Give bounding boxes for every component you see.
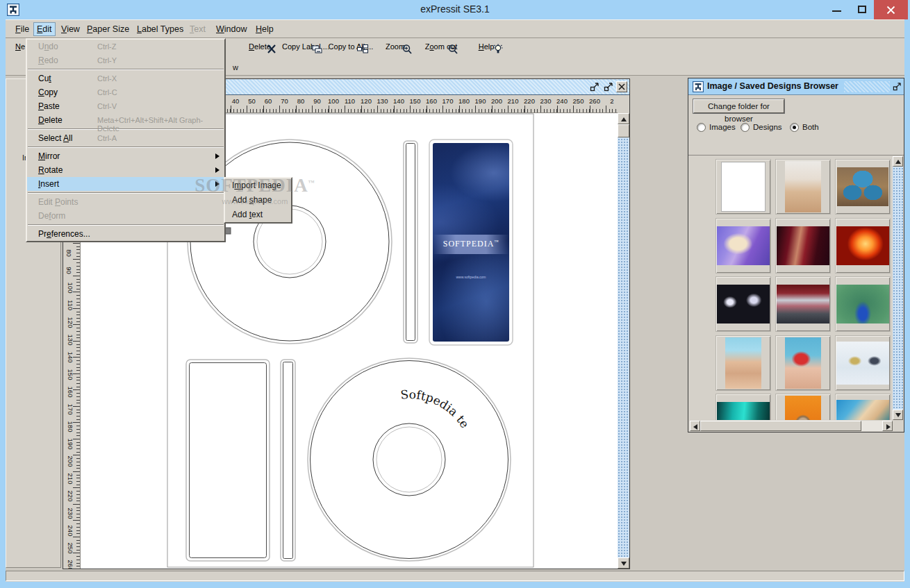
thumbnail-hand-three-fingers[interactable] — [775, 159, 831, 215]
radio-images[interactable] — [697, 123, 706, 132]
ruler-number: 260 — [67, 560, 74, 569]
ruler-number: 100 — [67, 283, 74, 294]
arrow-up-icon — [895, 160, 901, 164]
scrollbar-thumb[interactable] — [618, 124, 629, 137]
design-image[interactable]: SOFTPEDIA™ www.softpedia.com — [433, 143, 509, 342]
arrow-left-icon — [693, 424, 697, 430]
zoom-out-icon — [447, 44, 459, 55]
menu-label-types[interactable]: Label Types — [134, 22, 186, 36]
menu-edit[interactable]: Edit — [33, 22, 56, 36]
ruler-number: 230 — [67, 508, 74, 519]
menu-item-shortcut: Ctrl-Z — [97, 42, 117, 51]
thumbnail-peacock[interactable] — [835, 276, 891, 332]
radio-designs[interactable] — [741, 123, 750, 132]
menu-item-shortcut: Ctrl-Y — [97, 56, 117, 65]
doc-restore-icon[interactable] — [590, 82, 599, 92]
ruler-number: 140 — [67, 352, 74, 363]
menu-item-rotate[interactable]: Rotate — [27, 163, 224, 177]
menu-item-shortcut: Ctrl-V — [97, 102, 117, 110]
menu-window[interactable]: Window — [213, 22, 249, 36]
scroll-left-button[interactable] — [690, 421, 700, 431]
help-button[interactable]: Help — [462, 40, 511, 74]
menu-item-shortcut: Ctrl-C — [97, 88, 117, 96]
menu-item-paste[interactable]: PasteCtrl-V — [27, 99, 224, 113]
thumbnail-hand-strawberries[interactable] — [775, 335, 831, 391]
thumbnail-blue-pipes[interactable] — [835, 159, 891, 215]
red-light-streaks-image — [777, 226, 829, 265]
thumbnail-boy-hand-glasses[interactable] — [715, 335, 771, 391]
menu-separator — [28, 224, 224, 226]
menu-item-delete[interactable]: DeleteMeta+Ctrl+Alt+Shift+Alt Graph-Dele… — [27, 113, 224, 127]
menu-paper-size[interactable]: Paper Size — [84, 22, 132, 36]
scrollbar-corner — [893, 421, 903, 431]
submenu-arrow-icon — [215, 181, 220, 187]
scrollbar-track[interactable] — [893, 156, 903, 420]
thumbnail-red-light-streaks[interactable] — [775, 218, 831, 274]
menu-item-preferences[interactable]: Preferences... — [27, 227, 224, 241]
radio-both[interactable] — [790, 123, 799, 132]
menu-item-label: Cut — [38, 74, 51, 83]
scroll-down-button[interactable] — [893, 410, 903, 420]
panel-restore-icon[interactable] — [893, 82, 902, 91]
doc-close-button[interactable] — [616, 81, 627, 92]
design-image-site: www.softpedia.com — [433, 275, 509, 279]
canvas-vertical-scrollbar[interactable] — [618, 113, 629, 569]
menu-help[interactable]: Help — [253, 22, 276, 36]
change-folder-button[interactable]: Change folder for browser — [693, 99, 784, 113]
menu-item-cut[interactable]: CutCtrl-X — [27, 72, 224, 85]
scrollbar-thumb[interactable] — [700, 421, 861, 431]
submenu-item-add-text[interactable]: Add text — [225, 208, 291, 222]
doc-maximize-icon[interactable] — [604, 82, 613, 92]
spine-label-top[interactable] — [404, 141, 417, 343]
menu-item-select-all[interactable]: Select AllCtrl-A — [27, 131, 224, 145]
blue-pipes-image — [837, 167, 888, 206]
doc-close-icon — [618, 83, 625, 90]
ruler-number: 210 — [508, 97, 519, 105]
thumbnail-snow-angels[interactable] — [835, 335, 891, 391]
thumbnail-teal-abstract[interactable] — [715, 394, 771, 420]
zoom-button[interactable]: Zoom — [371, 40, 420, 74]
menu-item-insert[interactable]: Insert — [27, 177, 224, 191]
browser-vertical-scrollbar[interactable] — [893, 156, 903, 420]
radio-images-label: Images — [709, 123, 736, 131]
zoom-out-button[interactable]: Zoom out — [417, 40, 465, 74]
menu-view[interactable]: View — [58, 22, 83, 36]
boy-hand-glasses-image — [725, 337, 761, 389]
browser-horizontal-scrollbar[interactable] — [690, 421, 893, 431]
window-title: exPressit SE3.1 — [0, 3, 910, 15]
scrollbar-track[interactable] — [618, 113, 629, 569]
scroll-up-button[interactable] — [618, 113, 629, 124]
thumbnail-seashell[interactable] — [775, 394, 831, 420]
scroll-down-button[interactable] — [618, 557, 629, 569]
thumbnail-classic-car[interactable] — [775, 276, 831, 332]
spine-label-bottom[interactable] — [281, 360, 295, 561]
menubar: File Edit View Paper Size Label Types Te… — [6, 19, 904, 38]
cd-label-bottom[interactable] — [308, 358, 511, 561]
thumbnail-browser — [688, 155, 904, 432]
thumbnail-purple-abstract[interactable] — [715, 218, 771, 274]
copy-to-all-button[interactable]: Copy to All ... — [326, 40, 375, 74]
scroll-up-button[interactable] — [893, 156, 903, 167]
ruler-number: 240 — [67, 526, 74, 537]
submenu-item-add-shape[interactable]: Add shape — [225, 193, 291, 208]
maximize-button[interactable] — [850, 0, 874, 19]
ruler-number: 200 — [67, 456, 74, 467]
menu-item-copy[interactable]: CopyCtrl-C — [27, 85, 224, 99]
menu-file[interactable]: File — [13, 22, 32, 36]
menu-item-label: Undo — [38, 42, 58, 51]
minimize-button[interactable] — [825, 0, 849, 19]
copy-label-button[interactable]: Copy Label ... — [281, 40, 330, 74]
image-browser-panel: Image / Saved Designs Browser Change fol… — [688, 78, 904, 432]
booklet-label-bottom[interactable] — [186, 360, 270, 561]
thumbnail-orange-glass-sphere[interactable] — [835, 218, 891, 274]
submenu-item-import-image[interactable]: Import Image — [225, 178, 291, 193]
panel-titlebar[interactable]: Image / Saved Designs Browser — [688, 78, 904, 95]
thumbnail-blank-white[interactable] — [715, 159, 771, 215]
menu-item-mirror[interactable]: Mirror — [27, 149, 224, 163]
thumbnail-cartoon-hand[interactable] — [835, 394, 891, 420]
scroll-right-button[interactable] — [882, 421, 893, 431]
thumbnail-dark-glow-shapes[interactable] — [715, 276, 771, 332]
close-button[interactable] — [874, 0, 908, 19]
delete-button[interactable]: Delete — [235, 40, 284, 74]
menu-item-label: Deform — [38, 211, 65, 221]
